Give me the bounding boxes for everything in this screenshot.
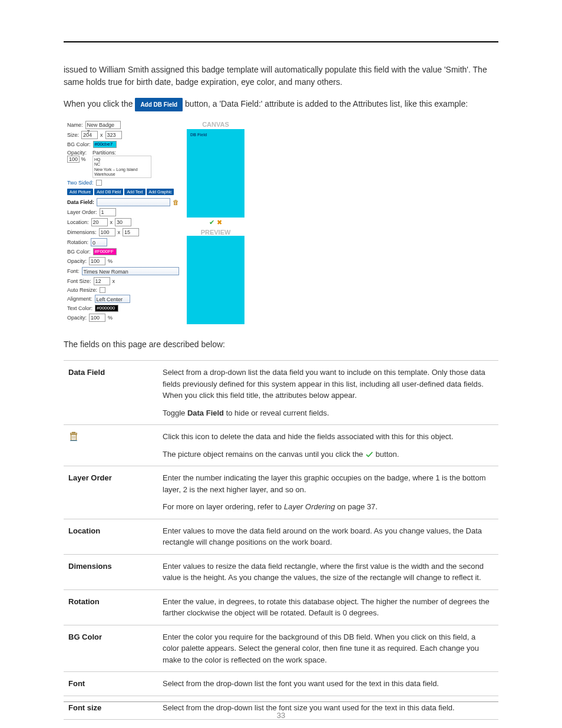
font-label: Font:	[67, 268, 80, 274]
table-row: BG Color Enter the color you require for…	[64, 625, 498, 672]
location-x-input[interactable]: 20	[91, 218, 108, 226]
check-icon[interactable]: ✔	[209, 219, 214, 226]
bgcolor-label: BG Color:	[67, 141, 91, 147]
layer-order-input[interactable]: 1	[100, 208, 116, 216]
add-text-button[interactable]: Add Text	[124, 189, 145, 195]
table-row: Rotation Enter the value, in degrees, to…	[64, 589, 498, 625]
textcolor-label: Text Color:	[67, 305, 92, 311]
alignment-label: Alignment:	[67, 296, 92, 302]
dim-w-input[interactable]: 100	[99, 228, 115, 236]
bgcolor2-swatch[interactable]: #F000FF	[93, 248, 117, 255]
field-label-location: Location	[64, 519, 158, 554]
table-row: Click this icon to delete the data and h…	[64, 425, 498, 466]
partitions-list[interactable]: HQ NC New York – Long Island Warehouse	[92, 156, 151, 178]
dim-h-input[interactable]: 15	[123, 228, 139, 236]
intro-p2-text-after: button, a 'Data Field:' attribute is add…	[185, 99, 468, 108]
field-desc: Enter the color you require for the back…	[158, 625, 498, 672]
autoresize-checkbox[interactable]	[100, 287, 105, 293]
canvas-db-field-marker: DB Field	[190, 133, 207, 137]
check-icon	[365, 450, 373, 459]
fields-described-text: The fields on this page are described be…	[64, 338, 498, 351]
two-sided-checkbox[interactable]	[96, 180, 102, 186]
field-desc: Enter the number indicating the layer th…	[158, 466, 498, 519]
attributes-panel-figure: Name:New Badge 7 Size:204x323 BG Color:#…	[64, 121, 498, 324]
partition-item[interactable]: New York – Long Island Warehouse	[94, 167, 150, 177]
layer-order-label: Layer Order:	[67, 209, 97, 215]
alignment-dropdown[interactable]: Left Center	[95, 295, 130, 303]
trash-icon[interactable]: 🗑	[173, 199, 179, 206]
cancel-icon[interactable]: ✖	[217, 219, 222, 226]
table-row: Dimensions Enter values to resize the da…	[64, 554, 498, 589]
size-height-input[interactable]: 323	[105, 131, 122, 139]
add-graphic-button[interactable]: Add Graphic	[147, 189, 174, 195]
size-width-input[interactable]: 204	[81, 131, 98, 139]
percent-sign: %	[81, 156, 86, 162]
partition-item[interactable]: HQ	[94, 157, 150, 162]
field-label-font: Font	[64, 672, 158, 696]
size-label: Size:	[67, 132, 79, 138]
opacity2-input[interactable]: 100	[89, 257, 105, 265]
rotation-dropdown[interactable]: 0	[91, 238, 107, 246]
field-label-datafield: Data Field	[64, 361, 158, 425]
field-label-trash	[64, 425, 158, 466]
partitions-label: Partitions:	[92, 150, 116, 156]
trash-icon	[68, 431, 79, 442]
page-number: 33	[0, 711, 562, 720]
intro-paragraph-1: issued to William Smith assigned this ba…	[64, 64, 498, 88]
canvas-label: CANVAS	[202, 121, 229, 128]
preview-box	[187, 236, 244, 324]
add-db-field-button-inline: Add DB Field	[135, 98, 183, 111]
opacity-label: Opacity:	[67, 150, 87, 156]
intro-p2-text-before: When you click the	[64, 99, 135, 108]
opacity-input[interactable]: 100	[67, 156, 80, 163]
location-y-input[interactable]: 30	[115, 218, 131, 226]
fontsize-input[interactable]: 12	[94, 277, 110, 285]
canvas-box[interactable]: DB Field	[187, 129, 244, 218]
field-label-rotation: Rotation	[64, 589, 158, 625]
name-label: Name:	[67, 122, 83, 128]
field-label-bgcolor: BG Color	[64, 625, 158, 672]
preview-label: PREVIEW	[201, 229, 231, 236]
table-row: Location Enter values to move the data f…	[64, 519, 498, 554]
intro-paragraph-2: When you click the Add DB Field button, …	[64, 98, 498, 111]
field-desc: Enter the value, in degrees, to rotate t…	[158, 589, 498, 625]
bgcolor2-label: BG Color:	[67, 249, 91, 255]
fontsize-label: Font Size:	[67, 278, 91, 284]
bgcolor-swatch[interactable]: #00cbe7	[93, 141, 117, 148]
percent-sign-3: %	[108, 315, 113, 321]
add-db-field-button[interactable]: Add DB Field	[94, 189, 123, 195]
table-row: Font Select from the drop-down list the …	[64, 672, 498, 696]
data-field-dropdown[interactable]	[97, 198, 170, 206]
fields-description-table: Data Field Select from a drop-down list …	[64, 360, 498, 720]
field-desc: Select from a drop-down list the data fi…	[158, 361, 498, 425]
svg-rect-5	[72, 432, 75, 433]
two-sided-label: Two Sided:	[67, 180, 94, 186]
field-label-layer-order: Layer Order	[64, 466, 158, 519]
field-desc: Select from the drop-down list the font …	[158, 672, 498, 696]
field-label-dimensions: Dimensions	[64, 554, 158, 589]
opacity2-label: Opacity:	[67, 258, 87, 264]
table-row: Layer Order Enter the number indicating …	[64, 466, 498, 519]
field-desc: Enter values to resize the data field re…	[158, 554, 498, 589]
data-field-label: Data Field:	[67, 199, 94, 205]
opacity3-input[interactable]: 100	[89, 314, 105, 322]
dimensions-label: Dimensions:	[67, 229, 97, 235]
name-input[interactable]: New Badge 7	[85, 121, 121, 129]
table-row: Data Field Select from a drop-down list …	[64, 361, 498, 425]
field-desc: Enter values to move the data field arou…	[158, 519, 498, 554]
add-picture-button[interactable]: Add Picture	[67, 189, 93, 195]
rotation-label: Rotation:	[67, 239, 88, 245]
font-dropdown[interactable]: Times New Roman	[82, 267, 179, 275]
partition-item[interactable]: NC	[94, 162, 150, 167]
location-label: Location:	[67, 219, 89, 225]
field-desc: Click this icon to delete the data and h…	[158, 425, 498, 466]
percent-sign-2: %	[108, 258, 113, 264]
textcolor-swatch[interactable]: #000000	[95, 305, 118, 312]
opacity3-label: Opacity:	[67, 315, 87, 321]
autoresize-label: Auto Resize:	[67, 287, 97, 293]
